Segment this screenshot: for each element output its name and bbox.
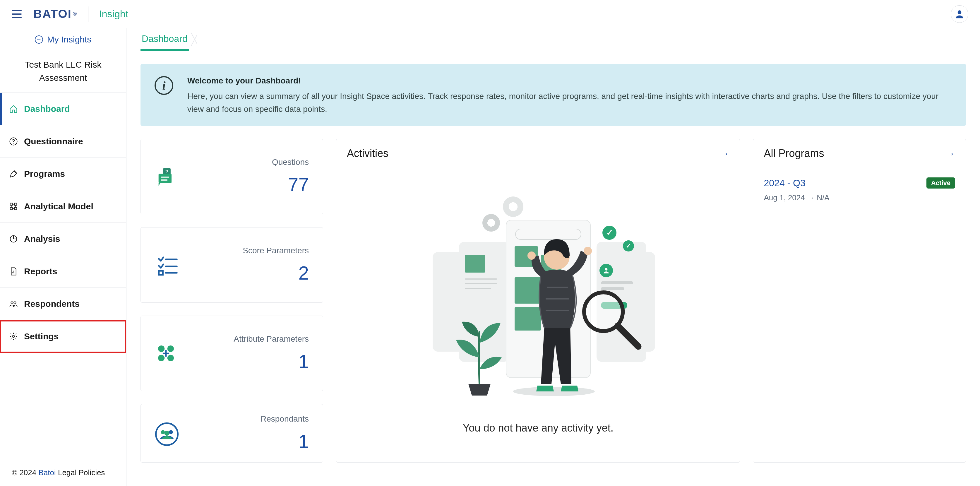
- stats-column: ? Questions 77: [140, 139, 323, 462]
- sidebar: ← My Insights Test Bank LLC Risk Assessm…: [0, 28, 126, 486]
- menu-toggle-icon[interactable]: [12, 10, 22, 18]
- breadcrumb-chevron-icon: [191, 28, 203, 51]
- program-dates: Aug 1, 2024 → N/A: [764, 193, 955, 202]
- nav-item-questionnaire[interactable]: Questionnaire: [0, 125, 126, 158]
- nav-item-settings[interactable]: Settings: [0, 320, 126, 353]
- svg-rect-14: [161, 177, 169, 178]
- svg-rect-15: [161, 180, 167, 181]
- nav-label: Reports: [24, 266, 57, 276]
- nav-item-reports[interactable]: Reports: [0, 255, 126, 288]
- gear-icon: [9, 332, 18, 341]
- nav-item-dashboard[interactable]: Dashboard: [0, 93, 126, 125]
- svg-point-29: [164, 431, 169, 436]
- stat-value: 2: [177, 262, 309, 284]
- stat-value: 1: [177, 431, 309, 453]
- activities-card: Activities →: [336, 139, 740, 462]
- project-title: Test Bank LLC Risk Assessment: [0, 51, 126, 93]
- svg-point-27: [161, 430, 165, 435]
- attribute-icon: [155, 342, 177, 365]
- svg-point-8: [11, 302, 13, 304]
- question-circle-icon: [9, 137, 18, 146]
- breadcrumb-current[interactable]: Dashboard: [140, 28, 189, 51]
- svg-point-22: [158, 355, 164, 361]
- info-icon: i: [154, 76, 173, 95]
- nav-item-respondents[interactable]: Respondents: [0, 288, 126, 320]
- nav-label: Dashboard: [24, 104, 70, 114]
- svg-point-28: [169, 430, 173, 435]
- footer-copyright: © 2024: [12, 468, 38, 477]
- stat-label: Questions: [177, 158, 309, 167]
- program-status-badge: Active: [926, 177, 955, 188]
- user-icon: [954, 8, 965, 20]
- nav-label: Analytical Model: [24, 201, 93, 211]
- svg-rect-18: [159, 271, 163, 275]
- stat-label: Respondants: [177, 414, 309, 424]
- banner-title: Welcome to your Dashboard!: [187, 74, 952, 87]
- stat-value: 1: [177, 351, 309, 373]
- nav-label: Respondents: [24, 299, 80, 309]
- footer-legal: Legal Policies: [56, 468, 105, 477]
- main-content: Dashboard i Welcome to your Dashboard! H…: [126, 28, 980, 486]
- dashboard-row: ? Questions 77: [140, 139, 966, 462]
- logo-divider: [88, 6, 88, 22]
- nav-label: Settings: [24, 331, 59, 341]
- activities-arrow-link[interactable]: →: [719, 148, 729, 159]
- programs-title: All Programs: [764, 147, 824, 159]
- svg-point-35: [527, 252, 536, 260]
- activities-empty-text: You do not have any activity yet.: [463, 422, 614, 434]
- svg-point-10: [12, 335, 14, 338]
- back-link-label: My Insights: [47, 35, 92, 45]
- brand-logo-text: BATOI: [33, 7, 72, 21]
- user-avatar[interactable]: [951, 5, 968, 23]
- users-icon: [9, 299, 18, 309]
- app-name[interactable]: Insight: [99, 8, 128, 20]
- breadcrumb-bar: Dashboard: [126, 28, 980, 51]
- svg-rect-3: [10, 203, 13, 206]
- nav-label: Programs: [24, 169, 65, 179]
- nav-label: Questionnaire: [24, 136, 83, 147]
- stat-value: 77: [177, 174, 309, 196]
- welcome-banner: i Welcome to your Dashboard! Here, you c…: [140, 64, 966, 126]
- top-bar: BATOI® Insight: [0, 0, 980, 28]
- svg-point-21: [167, 346, 174, 352]
- svg-rect-5: [10, 207, 13, 210]
- checklist-icon: [155, 254, 177, 276]
- sidebar-footer: © 2024 Batoi Legal Policies: [0, 462, 126, 486]
- stat-label: Attribute Parameters: [177, 335, 309, 344]
- svg-point-2: [13, 143, 14, 143]
- stat-label: Score Parameters: [177, 246, 309, 255]
- nav-item-analytical-model[interactable]: Analytical Model: [0, 190, 126, 223]
- svg-point-23: [167, 355, 174, 361]
- arrow-left-circle-icon: ←: [35, 35, 43, 44]
- svg-point-36: [584, 247, 592, 255]
- pen-nib-icon: [9, 169, 18, 178]
- brand-logo[interactable]: BATOI®: [33, 7, 77, 21]
- program-name: 2024 - Q3: [764, 178, 805, 188]
- banner-body: Here, you can view a summary of all your…: [187, 90, 952, 115]
- svg-rect-13: [159, 174, 172, 183]
- stat-card-questions[interactable]: ? Questions 77: [140, 139, 323, 214]
- file-chart-icon: [9, 267, 18, 276]
- nav-item-programs[interactable]: Programs: [0, 158, 126, 190]
- stat-card-respondants[interactable]: Respondants 1: [140, 404, 323, 462]
- sidebar-nav: Dashboard Questionnaire Programs Analyti…: [0, 93, 126, 353]
- svg-text:?: ?: [165, 169, 169, 174]
- stat-card-attribute-parameters[interactable]: Attribute Parameters 1: [140, 316, 323, 391]
- registered-mark: ®: [73, 11, 77, 17]
- program-item[interactable]: 2024 - Q3 Active Aug 1, 2024 → N/A: [753, 168, 966, 212]
- footer-brand-link[interactable]: Batoi: [38, 468, 56, 477]
- stat-card-score-parameters[interactable]: Score Parameters 2: [140, 227, 323, 303]
- pie-chart-icon: [9, 234, 18, 244]
- home-icon: [9, 104, 18, 113]
- empty-state-illustration: ✓ ✓: [424, 191, 652, 407]
- programs-arrow-link[interactable]: →: [945, 148, 955, 159]
- svg-point-9: [14, 302, 16, 304]
- svg-line-32: [617, 326, 638, 346]
- svg-point-0: [958, 10, 962, 14]
- nav-item-analysis[interactable]: Analysis: [0, 223, 126, 255]
- model-icon: [9, 202, 18, 211]
- svg-rect-4: [14, 203, 17, 206]
- svg-point-20: [158, 346, 164, 352]
- questions-icon: ?: [155, 166, 177, 188]
- back-to-insights-link[interactable]: ← My Insights: [0, 28, 126, 51]
